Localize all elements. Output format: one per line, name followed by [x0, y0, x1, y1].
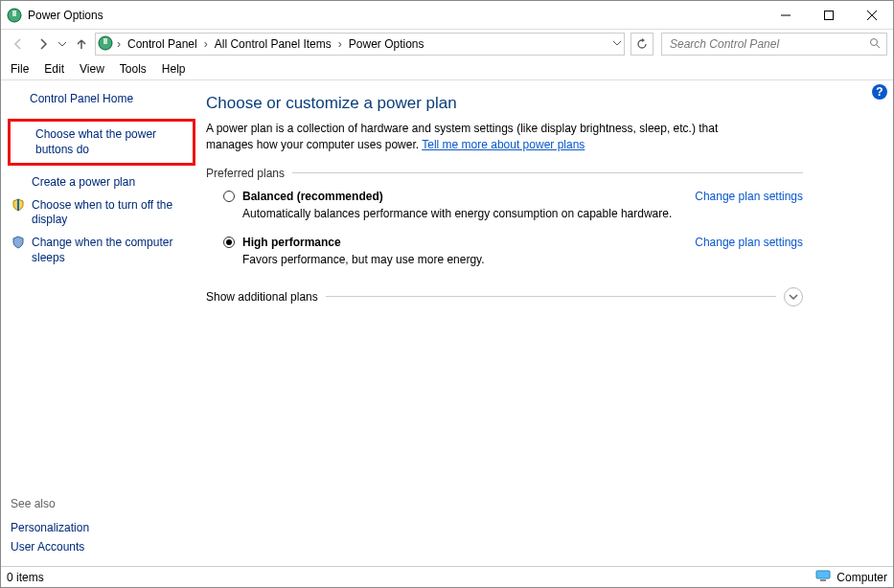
address-dropdown[interactable]	[612, 37, 622, 51]
see-also-user-accounts[interactable]: User Accounts	[11, 537, 89, 556]
statusbar: 0 items Computer	[1, 566, 893, 587]
section-label-text: Preferred plans	[206, 167, 285, 180]
shield-icon	[11, 236, 26, 249]
sidebar-link-display-off[interactable]: Choose when to turn off the display	[11, 194, 193, 232]
divider	[292, 172, 803, 173]
help-icon[interactable]: ?	[872, 84, 887, 100]
up-button[interactable]	[70, 33, 93, 56]
show-additional-label: Show additional plans	[206, 290, 318, 304]
menu-file[interactable]: File	[11, 62, 29, 76]
svg-rect-1	[12, 11, 16, 16]
breadcrumb[interactable]: All Control Panel Items	[212, 37, 334, 51]
sidebar-link-label: Choose when to turn off the display	[32, 198, 193, 228]
status-right: Computer	[837, 571, 887, 584]
close-button[interactable]	[850, 1, 893, 30]
chevron-right-icon: ›	[338, 37, 342, 51]
forward-button[interactable]	[32, 33, 55, 56]
svg-rect-7	[103, 38, 107, 44]
svg-point-8	[871, 38, 878, 45]
control-panel-home-link[interactable]: Control Panel Home	[30, 92, 193, 105]
plan-name[interactable]: High performance	[242, 236, 341, 249]
sidebar-link-label: Change when the computer sleeps	[32, 236, 193, 265]
plan-description: Favors performance, but may use more ene…	[242, 253, 803, 266]
maximize-button[interactable]	[807, 1, 850, 30]
window-buttons	[764, 1, 893, 30]
window: Power Options › Control Panel › All Cont…	[0, 0, 894, 588]
sidebar: Control Panel Home Choose what the power…	[1, 80, 202, 566]
plan-balanced: Balanced (recommended) Change plan setti…	[223, 190, 803, 220]
menu-view[interactable]: View	[80, 62, 104, 76]
learn-more-link[interactable]: Tell me more about power plans	[422, 138, 585, 151]
sidebar-link-power-buttons[interactable]: Choose what the power buttons do	[8, 119, 195, 166]
computer-icon	[815, 570, 831, 584]
divider	[326, 296, 776, 297]
menubar: File Edit View Tools Help	[1, 58, 893, 80]
content: ? Choose or customize a power plan A pow…	[202, 80, 893, 566]
see-also: See also Personalization User Accounts	[11, 497, 89, 556]
page-description: A power plan is a collection of hardware…	[206, 121, 762, 153]
page-heading: Choose or customize a power plan	[206, 94, 803, 113]
back-button[interactable]	[7, 33, 30, 56]
menu-help[interactable]: Help	[162, 62, 186, 76]
search-icon	[869, 37, 881, 52]
search-input[interactable]	[668, 36, 869, 52]
plan-description: Automatically balances performance with …	[242, 207, 803, 220]
breadcrumb[interactable]: Power Options	[346, 37, 427, 51]
plan-name[interactable]: Balanced (recommended)	[242, 190, 383, 203]
shield-icon	[11, 198, 26, 212]
change-plan-settings-link[interactable]: Change plan settings	[695, 190, 803, 203]
refresh-button[interactable]	[630, 33, 653, 56]
show-additional-plans[interactable]: Show additional plans	[206, 287, 803, 306]
preferred-plans-label: Preferred plans	[206, 167, 803, 180]
radio-high-performance[interactable]	[223, 237, 235, 248]
titlebar: Power Options	[1, 1, 893, 30]
change-plan-settings-link[interactable]: Change plan settings	[695, 236, 803, 249]
window-title: Power Options	[28, 9, 764, 22]
history-dropdown[interactable]	[57, 40, 68, 48]
see-also-heading: See also	[11, 497, 89, 510]
minimize-button[interactable]	[764, 1, 807, 30]
chevron-right-icon: ›	[117, 37, 121, 51]
navbar: › Control Panel › All Control Panel Item…	[1, 30, 893, 58]
location-icon	[98, 35, 113, 54]
status-left: 0 items	[7, 571, 44, 584]
see-also-personalization[interactable]: Personalization	[11, 518, 89, 537]
sidebar-link-label: Choose what the power buttons do	[35, 127, 189, 157]
svg-rect-11	[820, 579, 826, 581]
svg-line-9	[877, 45, 880, 48]
plan-high-performance: High performance Change plan settings Fa…	[223, 236, 803, 266]
menu-edit[interactable]: Edit	[44, 62, 64, 76]
chevron-down-icon[interactable]	[784, 287, 803, 306]
svg-rect-10	[816, 571, 830, 578]
search-box[interactable]	[661, 33, 887, 56]
radio-balanced[interactable]	[223, 191, 235, 202]
breadcrumb[interactable]: Control Panel	[125, 37, 200, 51]
sidebar-link-create-plan[interactable]: Create a power plan	[11, 171, 193, 194]
sidebar-link-label: Create a power plan	[32, 175, 193, 191]
address-bar[interactable]: › Control Panel › All Control Panel Item…	[95, 33, 625, 56]
sidebar-link-sleep[interactable]: Change when the computer sleeps	[11, 232, 193, 269]
chevron-right-icon: ›	[204, 37, 208, 51]
svg-rect-3	[824, 11, 833, 19]
menu-tools[interactable]: Tools	[120, 62, 147, 76]
app-icon	[7, 8, 22, 23]
